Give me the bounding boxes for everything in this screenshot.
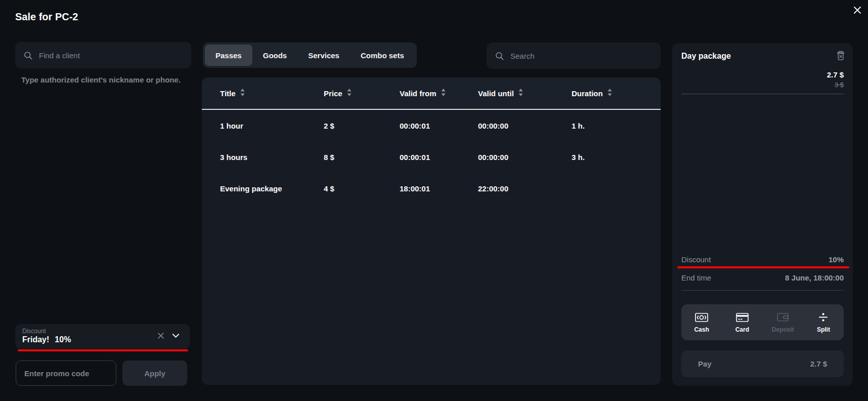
payment-method-deposit: Deposit [772,312,794,333]
summary-discount-label: Discount [681,255,711,264]
catalog-search-input[interactable] [510,52,653,60]
cell-valid-from: 18:00:01 [400,184,478,193]
tab-combo-sets[interactable]: Combo sets [350,45,415,66]
catalog-search[interactable] [487,43,661,69]
cell-valid-until: 22:00:00 [478,184,572,193]
payment-method-cash[interactable]: Cash [694,312,709,333]
summary-endtime-label: End time [681,273,711,282]
cell-valid-until: 00:00:00 [478,122,572,130]
payment-method-label: Split [817,326,830,333]
column-valid-from-label: Valid from [400,89,437,98]
discount-select[interactable]: Discount Friday! 10% [15,324,190,349]
column-duration-label: Duration [572,89,603,98]
column-price-label: Price [324,89,342,98]
payment-method-card[interactable]: Card [735,312,749,333]
divider [681,94,844,94]
passes-table: Title Price Valid from Valid until Durat… [202,77,661,385]
payment-method-label: Deposit [772,326,794,333]
pay-button[interactable]: Pay 2.7 $ [681,350,844,377]
column-title-label: Title [220,89,236,98]
sort-icon [240,89,245,98]
cell-price: 4 $ [324,184,400,193]
tab-passes[interactable]: Passes [205,45,252,66]
cart-item-title: Day package [681,50,731,61]
cell-price: 8 $ [324,153,400,162]
find-client-input[interactable] [39,51,183,60]
cart-item-price: 2.7 $ [827,70,844,79]
sort-icon [607,89,612,98]
payment-method-label: Card [735,326,749,333]
cell-title: 1 hour [220,122,324,130]
annotation-underline-cart-discount [677,266,849,268]
catalog-tab-bar: Passes Goods Services Combo sets [203,43,417,68]
cell-valid-from: 00:00:01 [400,122,478,130]
cart-panel: Day package 2.7 $ 3 $ Discount 10% End t… [672,43,853,386]
promo-code-input[interactable] [24,369,108,378]
cart-item-original-price: 3 $ [827,81,844,89]
sort-icon [347,89,352,98]
payment-method-group: Cash Card Deposit [681,304,844,340]
discount-name: Friday! [22,335,49,345]
column-title[interactable]: Title [220,89,324,98]
column-valid-until[interactable]: Valid until [478,89,572,98]
card-icon [736,312,749,323]
tab-goods[interactable]: Goods [252,45,298,66]
search-icon [23,51,33,60]
promo-code-field[interactable] [16,360,116,386]
split-icon [818,312,829,323]
column-price[interactable]: Price [324,89,400,98]
tab-services[interactable]: Services [297,45,350,66]
table-row[interactable]: 1 hour 2 $ 00:00:01 00:00:00 1 h. [202,110,661,141]
table-row[interactable]: 3 hours 8 $ 00:00:01 00:00:00 3 h. [202,141,661,173]
cell-title: Evening package [220,184,324,193]
pay-button-label: Pay [698,359,712,368]
annotation-underline-discount-select [18,349,188,351]
clear-icon[interactable] [157,332,164,339]
discount-percent: 10% [55,335,71,345]
summary-endtime-value: 8 June, 18:00:00 [785,273,844,282]
page-title: Sale for PC-2 [15,11,78,23]
trash-icon[interactable] [836,50,846,61]
chevron-down-icon[interactable] [172,333,180,338]
cell-duration: 1 h. [572,122,650,130]
find-client-search[interactable] [15,42,191,68]
column-valid-until-label: Valid until [478,89,514,98]
sort-icon [518,89,523,98]
payment-method-split[interactable]: Split [817,312,830,333]
summary-discount-value: 10% [829,255,844,264]
divider [681,290,844,291]
column-valid-from[interactable]: Valid from [400,89,478,98]
client-hint-text: Type authorized client's nickname or pho… [21,75,188,84]
cell-valid-until: 00:00:00 [478,153,572,162]
table-header: Title Price Valid from Valid until Durat… [202,77,661,110]
cell-duration: 3 h. [572,153,650,162]
wallet-icon [777,312,789,323]
sort-icon [441,89,446,98]
cell-title: 3 hours [220,153,324,162]
search-icon [495,51,504,61]
cell-price: 2 $ [324,122,400,130]
payment-method-label: Cash [694,326,709,333]
close-icon[interactable] [852,5,863,16]
cash-icon [695,312,708,323]
pay-button-amount: 2.7 $ [810,359,827,368]
column-duration[interactable]: Duration [572,89,650,98]
table-row[interactable]: Evening package 4 $ 18:00:01 22:00:00 [202,173,661,204]
cell-valid-from: 00:00:01 [400,153,478,162]
apply-promo-button[interactable]: Apply [122,360,187,386]
